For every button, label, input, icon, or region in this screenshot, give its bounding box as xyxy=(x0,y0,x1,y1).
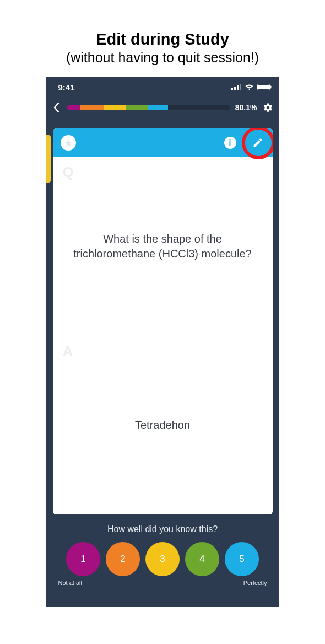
card-body: Q What is the shape of the trichlorometh… xyxy=(53,157,273,514)
svg-rect-5 xyxy=(258,85,269,89)
answer-section: A Tetradehon xyxy=(53,336,273,515)
svg-rect-1 xyxy=(234,87,236,90)
card-header: i xyxy=(53,128,273,157)
page-title: Edit during Study xyxy=(0,0,325,49)
card-area: i Q What is the shape of the trichlorome… xyxy=(46,117,279,514)
status-icons xyxy=(231,84,272,90)
question-text: What is the shape of the trichloromethan… xyxy=(66,232,259,261)
progress-segment xyxy=(148,105,167,110)
topbar: 80.1% xyxy=(46,98,279,117)
wifi-icon xyxy=(245,84,254,90)
progress-segment xyxy=(67,105,80,110)
svg-rect-0 xyxy=(231,88,233,90)
rating-button-5[interactable]: 5 xyxy=(225,542,259,576)
cellular-icon xyxy=(231,84,241,90)
info-icon: i xyxy=(229,138,231,147)
settings-button[interactable] xyxy=(263,102,274,113)
answer-text: Tetradehon xyxy=(129,418,196,433)
page-subtitle: (without having to quit session!) xyxy=(0,50,325,66)
progress-segment xyxy=(80,105,104,110)
status-bar: 9:41 xyxy=(46,77,279,98)
progress-percent: 80.1% xyxy=(235,103,257,112)
question-label: Q xyxy=(63,164,74,181)
progress-segment xyxy=(126,105,148,110)
rating-left-label: Not at all xyxy=(58,579,82,586)
flashcard: i Q What is the shape of the trichlorome… xyxy=(53,128,273,514)
back-button[interactable] xyxy=(52,101,62,114)
progress-segment xyxy=(104,105,125,110)
rating-buttons: 12345 xyxy=(52,542,274,576)
svg-rect-3 xyxy=(240,84,241,90)
battery-icon xyxy=(257,84,272,90)
question-section: Q What is the shape of the trichlorometh… xyxy=(53,157,273,336)
rating-labels: Not at all Perfectly xyxy=(52,576,274,586)
edit-button[interactable] xyxy=(251,136,265,150)
rating-prompt: How well did you know this? xyxy=(52,524,274,534)
svg-rect-6 xyxy=(270,86,271,89)
card-stack-tab xyxy=(46,135,51,183)
status-time: 9:41 xyxy=(58,83,75,92)
rating-button-1[interactable]: 1 xyxy=(66,542,100,576)
rating-area: How well did you know this? 12345 Not at… xyxy=(46,514,279,593)
svg-rect-2 xyxy=(237,85,239,90)
phone-frame: 9:41 80.1% xyxy=(46,77,279,607)
pencil-icon xyxy=(252,137,263,148)
rating-button-2[interactable]: 2 xyxy=(106,542,140,576)
rating-button-4[interactable]: 4 xyxy=(185,542,219,576)
star-icon xyxy=(64,138,73,147)
rating-right-label: Perfectly xyxy=(243,579,267,586)
progress-bar xyxy=(67,105,230,110)
info-button[interactable]: i xyxy=(224,137,236,149)
rating-button-3[interactable]: 3 xyxy=(145,542,180,576)
favorite-button[interactable] xyxy=(61,135,76,151)
answer-label: A xyxy=(63,343,73,360)
